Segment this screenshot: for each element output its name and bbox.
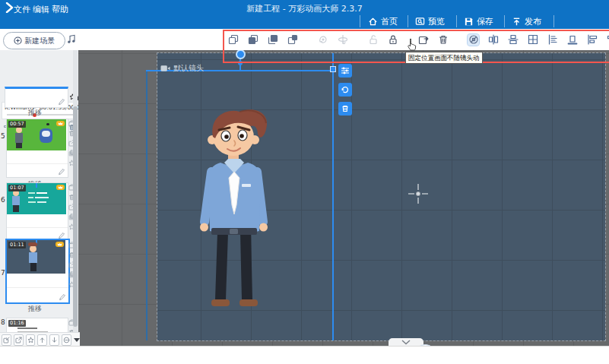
object-toolbar-icons (227, 29, 609, 50)
divider (504, 15, 505, 27)
divider (553, 15, 554, 27)
align-vertical-center-icon[interactable] (487, 34, 499, 46)
premium-crown-icon (56, 185, 65, 190)
import-scene-button[interactable] (2, 334, 11, 346)
transition-label[interactable]: 推移 (1, 304, 69, 314)
fix-position-icon[interactable] (468, 34, 479, 46)
scene-duration-badge: 01:16 (8, 320, 26, 327)
scene-card-4[interactable] (5, 87, 68, 108)
edit-scene-icon[interactable] (59, 293, 66, 301)
collapse-all-button[interactable] (62, 334, 71, 346)
divider (360, 15, 360, 27)
scene-card-6[interactable]: 01:07 (6, 182, 68, 242)
edit-scene-icon[interactable] (58, 168, 65, 176)
timeline-collapse-tab[interactable] (389, 338, 423, 346)
preview-icon (415, 17, 425, 27)
scene-number: 6 (1, 196, 6, 204)
scene-duration-badge: 01:11 (8, 242, 26, 248)
unlock-icon[interactable] (367, 34, 379, 46)
align-left-edge-icon[interactable] (547, 34, 558, 46)
rotate-3d-icon[interactable] (337, 34, 348, 46)
new-scene-button[interactable]: 新建场景 (3, 32, 65, 49)
preview-button[interactable]: 预览 (415, 14, 445, 29)
scene-panel: K.Williams- 00:01:35/00:03:20 推移 5 00:57 (0, 50, 79, 346)
save-button[interactable]: 保存 (464, 14, 493, 29)
crosshair-marker (407, 182, 430, 205)
align-bottom-edge-icon[interactable] (566, 34, 578, 46)
window-title: 新建工程 - 万彩动画大师 2.3.7 (0, 3, 609, 14)
move-down-button[interactable] (49, 334, 59, 346)
premium-crown-icon (56, 121, 65, 126)
camera-frame-left-edge[interactable] (146, 70, 147, 340)
camera-delete-button[interactable] (338, 102, 352, 116)
more-caret-icon[interactable] (74, 338, 80, 342)
camera-top-handle[interactable] (238, 61, 243, 65)
chevron-down-icon (401, 340, 411, 345)
scene-duration-badge: 01:07 (8, 185, 26, 191)
publish-icon (512, 17, 522, 27)
move-up-button[interactable] (37, 334, 47, 346)
publish-button[interactable]: 发布 (512, 14, 541, 29)
tooltip: 固定位置画面不随镜头动 (405, 52, 483, 64)
paste-icon[interactable] (247, 34, 259, 46)
camera-label: 默认镜头 (160, 63, 204, 74)
rotate-icon[interactable] (317, 34, 328, 46)
save-icon (464, 17, 474, 27)
plus-circle-icon (14, 36, 22, 45)
scene-list-scrollbar-thumb[interactable] (73, 106, 78, 327)
favorite-button[interactable] (26, 334, 36, 346)
camera-corner-handle[interactable] (330, 66, 336, 72)
camera-frame-right-edge[interactable] (332, 53, 334, 340)
home-icon (368, 17, 378, 27)
scene-card-7-selected[interactable]: 01:11 (5, 239, 70, 304)
bottom-toolbar (0, 346, 609, 364)
edit-scene-icon[interactable] (58, 98, 65, 106)
export-scene-button[interactable] (14, 334, 24, 346)
replace-icon[interactable] (417, 34, 429, 46)
scene-duration-badge: 00:57 (8, 121, 26, 128)
scene-panel-footer (0, 332, 80, 347)
transition-label[interactable]: 推移 (1, 108, 69, 118)
scene-card-5[interactable]: 00:57 (6, 119, 68, 178)
scene-music-button[interactable] (66, 33, 78, 46)
divider (408, 15, 408, 27)
divider (456, 15, 457, 27)
lock-icon[interactable] (387, 34, 398, 46)
canvas-workspace[interactable]: 默认镜头 (78, 50, 609, 346)
mouse-cursor (406, 38, 417, 52)
send-backward-icon[interactable] (287, 34, 298, 46)
align-left-icon[interactable] (586, 34, 598, 46)
character-figure[interactable] (184, 105, 286, 315)
align-right-icon[interactable] (606, 34, 609, 46)
delete-icon[interactable] (437, 34, 449, 46)
home-button[interactable]: 首页 (368, 14, 398, 29)
camera-icon (160, 65, 170, 72)
title-bar: 文件 编辑 帮助 新建工程 - 万彩动画大师 2.3.7 首页 预览 保存 发布 (0, 0, 609, 29)
camera-settings-button[interactable] (338, 64, 352, 78)
scene-number: 5 (1, 132, 6, 140)
premium-crown-icon (56, 242, 64, 247)
align-horizontal-center-icon[interactable] (507, 34, 519, 46)
align-canvas-center-icon[interactable] (527, 34, 538, 46)
camera-reset-button[interactable] (338, 83, 352, 97)
copy-icon[interactable] (227, 34, 239, 46)
bring-forward-icon[interactable] (267, 34, 278, 46)
scene-number: 8 (1, 318, 6, 326)
